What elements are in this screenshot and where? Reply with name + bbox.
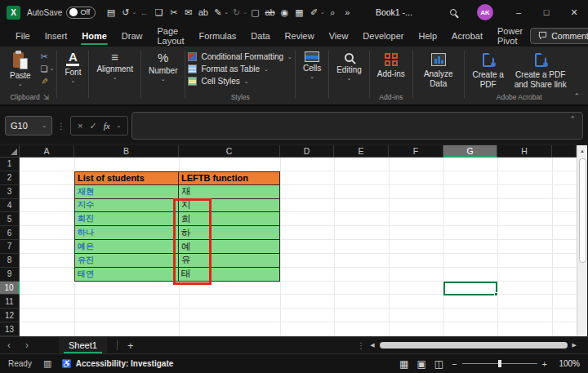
autosave-toggle[interactable]: Off bbox=[66, 7, 96, 19]
column-header-c[interactable]: C bbox=[179, 145, 280, 158]
conditional-formatting-button[interactable]: Conditional Formatting ⌄ bbox=[188, 52, 292, 61]
row-header-8[interactable]: 8 bbox=[0, 254, 20, 268]
tab-file[interactable]: File bbox=[8, 27, 38, 45]
cell-grid[interactable]: List of students LEFTB function 재현 재 지수 … bbox=[20, 158, 577, 336]
cut-button[interactable]: ✂ bbox=[41, 51, 48, 62]
undo-icon[interactable]: ↺ bbox=[118, 4, 132, 20]
column-header-g[interactable]: G bbox=[443, 145, 497, 158]
selected-cell-g10[interactable] bbox=[443, 282, 497, 295]
zoom-level[interactable]: 100% bbox=[555, 359, 580, 368]
add-sheet-icon[interactable]: + bbox=[127, 340, 134, 352]
copy-dropdown-icon[interactable]: ⌄ bbox=[50, 67, 55, 70]
format-as-table-button[interactable]: Format as Table ⌄ bbox=[188, 64, 292, 73]
tab-draw[interactable]: Draw bbox=[114, 27, 150, 45]
draw-dropdown-icon[interactable]: ⌄ bbox=[320, 9, 325, 16]
cell-c3[interactable]: 재 bbox=[179, 185, 280, 199]
macro-record-icon[interactable]: ▥ bbox=[43, 358, 61, 369]
cells-group-button[interactable]: Cells ⌄ bbox=[298, 48, 326, 104]
row-header-11[interactable]: 11 bbox=[0, 295, 20, 309]
draw-export-icon[interactable]: ✐ bbox=[307, 4, 321, 20]
row-header-10[interactable]: 10 bbox=[0, 282, 20, 295]
tab-help[interactable]: Help bbox=[411, 27, 444, 45]
tab-home[interactable]: Home bbox=[74, 27, 114, 45]
cell-b6[interactable]: 하나 bbox=[74, 226, 179, 240]
copy-button[interactable]: ❏ bbox=[41, 64, 48, 73]
alignment-group-button[interactable]: ≡ Alignment ⌄ bbox=[91, 48, 137, 104]
zoom-slider[interactable] bbox=[462, 363, 537, 364]
row-header-9[interactable]: 9 bbox=[0, 268, 20, 282]
tab-acrobat[interactable]: Acrobat bbox=[444, 27, 490, 45]
sheet-tab-sheet1[interactable]: Sheet1 bbox=[59, 337, 107, 353]
insert-function-icon[interactable]: fx bbox=[104, 121, 110, 131]
tab-review[interactable]: Review bbox=[278, 27, 322, 45]
vertical-scrollbar[interactable]: ▲ bbox=[577, 145, 587, 336]
cell-c2[interactable]: LEFTB function bbox=[179, 171, 280, 185]
scroll-up-icon[interactable]: ▲ bbox=[577, 145, 587, 157]
cell-b7[interactable]: 예은 bbox=[74, 240, 179, 254]
select-all-button[interactable] bbox=[0, 145, 20, 158]
horizontal-scroll-thumb[interactable] bbox=[380, 342, 568, 349]
excel-logo-icon[interactable]: X bbox=[7, 6, 20, 20]
cell-b5[interactable]: 희진 bbox=[74, 212, 179, 226]
tab-formulas[interactable]: Formulas bbox=[192, 27, 244, 45]
vertical-scroll-thumb[interactable] bbox=[579, 158, 586, 263]
camera-icon[interactable]: ◉ bbox=[278, 4, 292, 20]
row-header-12[interactable]: 12 bbox=[0, 309, 20, 322]
comments-button[interactable]: Comments bbox=[530, 28, 588, 44]
row-header-4[interactable]: 4 bbox=[0, 199, 20, 213]
tab-data[interactable]: Data bbox=[243, 27, 277, 45]
tab-power-pivot[interactable]: Power Pivot bbox=[490, 22, 530, 50]
column-header-b[interactable]: B bbox=[74, 145, 179, 158]
fill-handle[interactable] bbox=[494, 292, 498, 296]
row-header-1[interactable]: 1 bbox=[0, 158, 20, 171]
tab-page-layout[interactable]: Page Layout bbox=[149, 22, 191, 50]
horizontal-scrollbar[interactable] bbox=[380, 342, 568, 349]
fx-dropdown-icon[interactable]: ⌄ bbox=[117, 124, 122, 127]
paste-button[interactable]: Paste ⌄ bbox=[5, 48, 36, 86]
normal-view-icon[interactable]: ▦ bbox=[399, 358, 408, 370]
analyze-data-button[interactable]: Analyze Data bbox=[416, 48, 461, 104]
column-header-a[interactable]: A bbox=[20, 145, 74, 158]
touch-mode-icon[interactable]: ✎ bbox=[211, 4, 225, 20]
scroll-right-icon[interactable]: ▶ bbox=[572, 342, 577, 349]
formula-bar-collapse-icon[interactable]: ⌃ bbox=[569, 115, 576, 123]
prev-sheet-icon[interactable]: ‹ bbox=[0, 340, 18, 351]
cell-b3[interactable]: 재현 bbox=[74, 185, 179, 199]
zoom-slider-handle[interactable] bbox=[498, 360, 501, 367]
tab-view[interactable]: View bbox=[322, 27, 356, 45]
tab-insert[interactable]: Insert bbox=[38, 27, 75, 45]
tab-developer[interactable]: Developer bbox=[355, 27, 411, 45]
clipboard-dialog-launcher-icon[interactable]: ⇲ bbox=[43, 93, 49, 101]
cell-b8[interactable]: 유진 bbox=[74, 254, 179, 268]
page-break-view-icon[interactable]: ◫ bbox=[434, 358, 443, 370]
accessibility-status[interactable]: ♿ Accessibility: Investigate bbox=[61, 359, 173, 368]
formula-bar-grip-icon[interactable]: ⋮ bbox=[56, 122, 67, 131]
zoom-in-icon[interactable]: + bbox=[542, 359, 547, 369]
find-icon[interactable]: ⌕ bbox=[326, 4, 340, 20]
cut-icon[interactable]: ✂ bbox=[167, 4, 180, 20]
row-header-5[interactable]: 5 bbox=[0, 212, 20, 226]
maximize-button[interactable]: □ bbox=[532, 0, 560, 24]
touch-dropdown-icon[interactable]: ⌄ bbox=[224, 9, 229, 16]
row-header-3[interactable]: 3 bbox=[0, 185, 20, 199]
next-sheet-icon[interactable]: › bbox=[18, 340, 36, 351]
row-header-7[interactable]: 7 bbox=[0, 240, 20, 254]
cancel-icon[interactable]: × bbox=[78, 121, 82, 131]
account-avatar[interactable]: AK bbox=[477, 4, 493, 20]
cell-styles-button[interactable]: Cell Styles ⌄ bbox=[188, 77, 292, 86]
addins-button[interactable]: Add-ins bbox=[372, 48, 410, 79]
column-header-e[interactable]: E bbox=[334, 145, 389, 158]
column-header-f[interactable]: F bbox=[389, 145, 443, 158]
formula-input[interactable]: ⌃ bbox=[131, 112, 583, 140]
minimize-button[interactable]: – bbox=[505, 0, 532, 24]
page-layout-view-icon[interactable]: ▣ bbox=[416, 358, 425, 370]
cell-b4[interactable]: 지수 bbox=[74, 199, 179, 213]
number-group-button[interactable]: % Number ⌄ bbox=[144, 48, 183, 104]
row-header-6[interactable]: 6 bbox=[0, 226, 20, 240]
new-file-icon[interactable]: ▢ bbox=[248, 4, 262, 20]
cell-b2[interactable]: List of students bbox=[74, 171, 179, 185]
search-icon[interactable] bbox=[441, 9, 466, 16]
font-group-button[interactable]: A Font ⌄ bbox=[60, 48, 86, 104]
row-header-13[interactable]: 13 bbox=[0, 322, 20, 336]
strikethrough-icon[interactable]: ab bbox=[263, 4, 277, 20]
